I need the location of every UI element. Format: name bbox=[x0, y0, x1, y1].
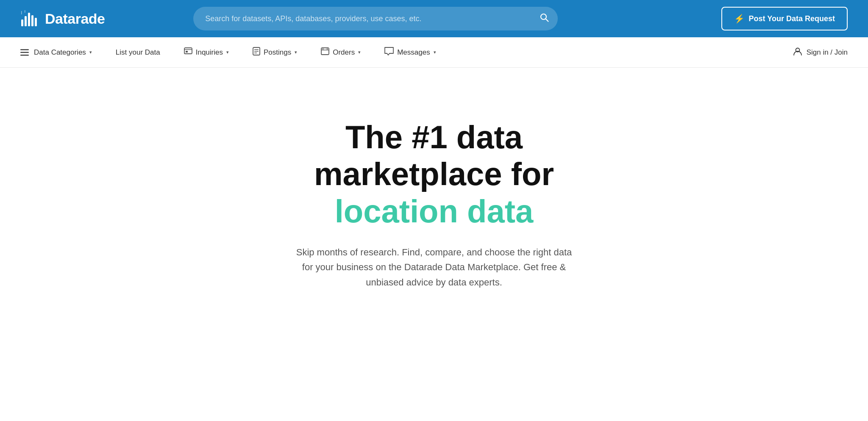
svg-rect-11 bbox=[20, 55, 29, 56]
search-bar bbox=[193, 7, 558, 30]
svg-rect-3 bbox=[31, 15, 33, 26]
postings-label: Postings bbox=[264, 48, 291, 57]
svg-rect-1 bbox=[25, 16, 27, 26]
nav-item-inquiries[interactable]: Inquiries ▾ bbox=[172, 37, 241, 67]
svg-rect-12 bbox=[184, 48, 192, 54]
messages-icon bbox=[384, 47, 394, 58]
logo-text: Datarade bbox=[45, 11, 105, 27]
svg-line-8 bbox=[546, 19, 548, 22]
search-input[interactable] bbox=[193, 7, 558, 30]
search-icon[interactable] bbox=[539, 12, 549, 25]
nav-item-messages[interactable]: Messages ▾ bbox=[373, 37, 448, 67]
messages-chevron: ▾ bbox=[434, 50, 436, 55]
hero-section: The #1 data marketplace for location dat… bbox=[0, 68, 868, 324]
nav-item-postings[interactable]: Postings ▾ bbox=[241, 37, 309, 67]
nav-item-data-categories[interactable]: Data Categories ▾ bbox=[20, 37, 104, 67]
nav-item-orders[interactable]: Orders ▾ bbox=[309, 37, 373, 67]
orders-label: Orders bbox=[333, 48, 355, 57]
svg-rect-10 bbox=[20, 52, 29, 53]
nav-item-list-your-data[interactable]: List your Data bbox=[104, 37, 172, 67]
post-button-label: Post Your Data Request bbox=[749, 14, 835, 23]
data-categories-chevron: ▾ bbox=[89, 50, 92, 55]
svg-rect-18 bbox=[321, 48, 329, 55]
postings-chevron: ▾ bbox=[295, 50, 297, 55]
inquiries-icon bbox=[184, 47, 192, 57]
svg-rect-5 bbox=[21, 11, 22, 14]
orders-icon bbox=[321, 47, 329, 57]
inquiries-label: Inquiries bbox=[196, 48, 223, 57]
messages-label: Messages bbox=[397, 48, 430, 57]
data-categories-label: Data Categories bbox=[34, 48, 86, 57]
hero-title-line1: The #1 data bbox=[345, 119, 523, 155]
logo-icon bbox=[20, 9, 39, 28]
user-icon bbox=[793, 47, 802, 58]
top-header: Datarade ⚡ Post Your Data Request bbox=[0, 0, 868, 37]
inquiries-chevron: ▾ bbox=[226, 50, 229, 55]
hamburger-icon bbox=[20, 49, 29, 56]
logo[interactable]: Datarade bbox=[20, 9, 105, 28]
sub-nav: Data Categories ▾ List your Data Inquiri… bbox=[0, 37, 868, 68]
hero-title-line2: marketplace for bbox=[314, 156, 554, 192]
sign-in-label: Sign in / Join bbox=[807, 48, 848, 57]
hero-subtitle: Skip months of research. Find, compare, … bbox=[290, 245, 578, 290]
list-your-data-label: List your Data bbox=[116, 48, 160, 57]
svg-rect-9 bbox=[20, 49, 29, 50]
orders-chevron: ▾ bbox=[358, 50, 361, 55]
sign-in-join[interactable]: Sign in / Join bbox=[781, 47, 848, 58]
svg-rect-4 bbox=[35, 18, 37, 26]
hero-title-highlight: location data bbox=[335, 193, 534, 229]
svg-rect-13 bbox=[186, 51, 188, 53]
postings-icon bbox=[253, 47, 260, 58]
bolt-icon: ⚡ bbox=[734, 14, 745, 24]
hero-title: The #1 data marketplace for location dat… bbox=[314, 119, 554, 230]
post-data-request-button[interactable]: ⚡ Post Your Data Request bbox=[721, 7, 848, 30]
svg-rect-6 bbox=[25, 10, 25, 13]
svg-rect-2 bbox=[28, 13, 30, 26]
svg-rect-0 bbox=[21, 19, 23, 26]
